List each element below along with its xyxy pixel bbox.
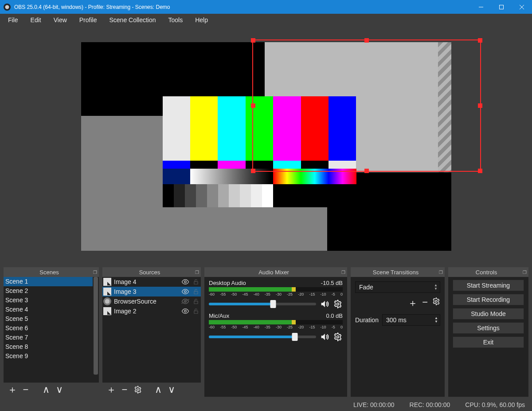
status-rec: REC: 00:00:00 — [410, 401, 450, 408]
add-transition-button[interactable]: ＋ — [408, 296, 418, 310]
dock-float-icon[interactable]: ❐ — [523, 270, 527, 275]
menu-scene-collection[interactable]: Scene Collection — [103, 15, 162, 25]
transition-properties-button[interactable] — [432, 296, 440, 310]
move-source-down-button[interactable]: ∨ — [166, 384, 177, 395]
speaker-icon[interactable] — [320, 332, 329, 342]
volume-slider[interactable] — [209, 303, 316, 305]
dock-float-icon[interactable]: ❐ — [439, 270, 443, 275]
spinbox-arrows-icon[interactable]: ▲▼ — [433, 316, 440, 324]
source-name: Image 3 — [114, 288, 179, 295]
svg-point-6 — [184, 291, 187, 293]
source-name: Image 2 — [114, 308, 179, 315]
svg-point-13 — [337, 303, 339, 305]
resize-handle-bot-mid[interactable] — [364, 169, 369, 173]
window-maximize-button[interactable] — [491, 0, 512, 14]
scene-item[interactable]: Scene 1 — [4, 277, 99, 286]
volume-slider[interactable] — [209, 336, 316, 338]
resize-handle-top-right[interactable] — [478, 38, 482, 43]
dock-float-icon[interactable]: ❐ — [195, 270, 199, 275]
start-streaming-button[interactable]: Start Streaming — [453, 280, 524, 291]
settings-button[interactable]: Settings — [453, 322, 524, 334]
resize-handle-top-left[interactable] — [251, 38, 255, 43]
level-meter — [209, 287, 343, 292]
scene-item[interactable]: Scene 5 — [4, 314, 99, 324]
scene-item[interactable]: Scene 7 — [4, 333, 99, 342]
image-icon — [103, 307, 111, 315]
menu-file[interactable]: File — [2, 15, 24, 25]
source-item[interactable]: Image 3 — [102, 287, 201, 296]
lock-toggle-icon[interactable] — [192, 288, 200, 296]
source-item[interactable]: BrowserSource — [102, 296, 201, 306]
sources-list[interactable]: Image 4Image 3BrowserSourceImage 2 — [102, 277, 201, 383]
menu-profile[interactable]: Profile — [73, 15, 103, 25]
resize-handle-bot-right[interactable] — [478, 169, 482, 173]
remove-source-button[interactable]: − — [119, 384, 130, 395]
visibility-toggle-icon[interactable] — [181, 297, 189, 305]
studio-mode-button[interactable]: Studio Mode — [453, 308, 524, 320]
selection-rect[interactable] — [252, 40, 481, 172]
move-source-up-button[interactable]: ∧ — [153, 384, 164, 395]
add-source-button[interactable]: ＋ — [106, 384, 117, 395]
scene-item[interactable]: Scene 6 — [4, 324, 99, 333]
window-close-button[interactable] — [512, 0, 532, 14]
svg-rect-9 — [194, 301, 198, 304]
menu-help[interactable]: Help — [189, 15, 214, 25]
scenes-list[interactable]: Scene 1Scene 2Scene 3Scene 4Scene 5Scene… — [4, 277, 99, 383]
dock-scenes: Scenes ❐ Scene 1Scene 2Scene 3Scene 4Sce… — [4, 267, 99, 397]
app-icon — [4, 4, 11, 11]
window-minimize-button[interactable] — [471, 0, 491, 14]
remove-scene-button[interactable]: − — [20, 384, 31, 395]
lock-toggle-icon[interactable] — [192, 297, 200, 305]
scroll-thumb[interactable] — [94, 277, 98, 375]
resize-handle-mid-left[interactable] — [251, 103, 255, 108]
scene-item[interactable]: Scene 9 — [4, 352, 99, 361]
svg-rect-5 — [194, 281, 198, 284]
dock-float-icon[interactable]: ❐ — [341, 270, 345, 275]
visibility-toggle-icon[interactable] — [181, 288, 189, 296]
resize-handle-bot-left[interactable] — [251, 169, 255, 173]
menu-tools[interactable]: Tools — [162, 15, 189, 25]
menu-view[interactable]: View — [47, 15, 73, 25]
visibility-toggle-icon[interactable] — [181, 307, 189, 315]
gear-icon[interactable] — [333, 299, 343, 309]
dock-title: Sources — [104, 269, 195, 276]
svg-rect-1 — [500, 5, 504, 9]
image-icon — [103, 288, 111, 296]
source-item[interactable]: Image 4 — [102, 277, 201, 287]
lock-toggle-icon[interactable] — [192, 278, 200, 286]
preview-canvas[interactable] — [81, 42, 451, 251]
dock-sources: Sources ❐ Image 4Image 3BrowserSourceIma… — [102, 267, 201, 397]
start-recording-button[interactable]: Start Recording — [453, 294, 524, 305]
resize-handle-mid-right[interactable] — [478, 103, 482, 108]
svg-point-4 — [184, 281, 187, 283]
lock-toggle-icon[interactable] — [192, 307, 200, 315]
dock-title: Scene Transitions — [352, 269, 439, 276]
channel-db: -10.5 dB — [321, 280, 343, 286]
scene-item[interactable]: Scene 3 — [4, 296, 99, 305]
statusbar: LIVE: 00:00:00 REC: 00:00:00 CPU: 0.9%, … — [0, 399, 532, 411]
duration-spinbox[interactable]: 300 ms ▲▼ — [382, 314, 440, 326]
remove-transition-button[interactable]: − — [422, 296, 428, 310]
scenes-scrollbar[interactable] — [93, 277, 99, 382]
source-properties-button[interactable] — [133, 384, 143, 395]
transition-select[interactable]: Fade ▲▼ — [355, 281, 440, 293]
svg-rect-7 — [194, 291, 198, 294]
channel-name: Mic/Aux — [209, 312, 229, 319]
scene-item[interactable]: Scene 8 — [4, 342, 99, 352]
dock-float-icon[interactable]: ❐ — [93, 270, 97, 275]
scene-item[interactable]: Scene 2 — [4, 286, 99, 296]
visibility-toggle-icon[interactable] — [181, 278, 189, 286]
move-scene-down-button[interactable]: ∨ — [54, 384, 65, 395]
svg-point-15 — [435, 300, 438, 303]
mixer-channel: Desktop Audio-10.5 dB-60-55-50-45-40-35-… — [209, 280, 343, 309]
globe-icon — [103, 297, 111, 305]
gear-icon[interactable] — [333, 332, 343, 342]
speaker-icon[interactable] — [320, 299, 329, 309]
move-scene-up-button[interactable]: ∧ — [41, 384, 51, 395]
resize-handle-top-mid[interactable] — [364, 38, 369, 43]
add-scene-button[interactable]: ＋ — [7, 384, 18, 395]
source-item[interactable]: Image 2 — [102, 306, 201, 316]
exit-button[interactable]: Exit — [453, 336, 524, 348]
menu-edit[interactable]: Edit — [24, 15, 47, 25]
scene-item[interactable]: Scene 4 — [4, 305, 99, 314]
